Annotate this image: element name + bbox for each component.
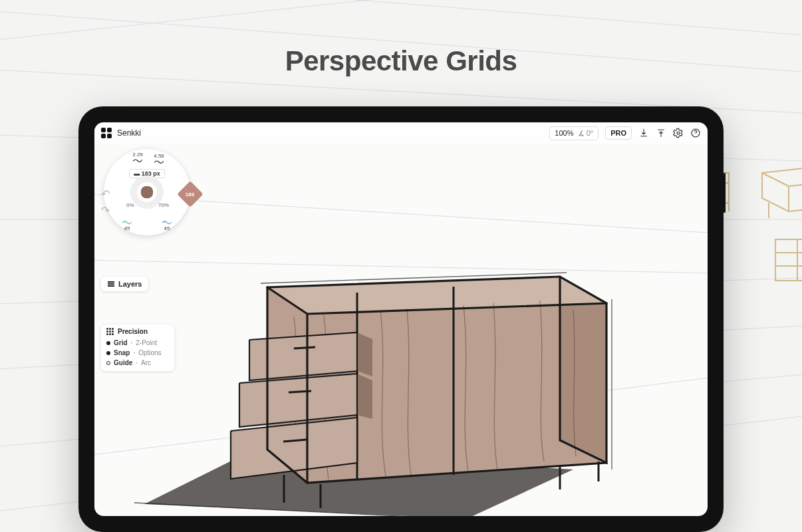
pro-badge[interactable]: PRO	[605, 126, 632, 140]
radial-bottom-right: 45	[161, 225, 173, 231]
precision-row-snap[interactable]: Snap› Options	[106, 348, 169, 358]
svg-line-7	[0, 0, 802, 47]
svg-line-15	[762, 173, 789, 186]
bullet-icon	[106, 341, 110, 345]
ring-icon	[106, 361, 110, 365]
zoom-indicator[interactable]: 100% ∡ 0°	[549, 126, 599, 140]
radial-top-left-value: 2.29	[132, 152, 144, 158]
settings-icon[interactable]	[673, 128, 684, 138]
bullet-icon	[106, 351, 110, 355]
svg-line-44	[294, 347, 315, 348]
layers-button[interactable]: Layers	[101, 277, 148, 291]
download-icon[interactable]	[638, 128, 649, 138]
svg-line-31	[94, 260, 708, 273]
svg-marker-42	[357, 332, 372, 376]
radial-opacity-left: 0%	[126, 202, 134, 208]
undo-icon[interactable]: ↶	[101, 188, 110, 200]
radial-opacity-right: 70%	[158, 202, 169, 208]
layers-icon	[108, 281, 114, 287]
document-name[interactable]: Senkki	[117, 128, 141, 138]
radial-bottom-left: 45	[121, 225, 133, 231]
svg-line-16	[789, 180, 802, 186]
radial-top-right-value: 4.58	[153, 153, 165, 159]
svg-marker-43	[357, 374, 372, 419]
layers-label: Layers	[118, 280, 142, 288]
svg-line-8	[0, 0, 802, 40]
apps-grid-icon[interactable]	[101, 128, 112, 138]
svg-point-28	[677, 132, 680, 134]
radial-tool-menu[interactable]: ↶ ↷ 2.29 4.58 ▬ 183 px 0% 70% 45	[104, 149, 190, 235]
upload-icon[interactable]	[656, 128, 666, 138]
hero-title: Perspective Grids	[0, 45, 802, 77]
titlebar: Senkki 100% ∡ 0° PRO	[94, 122, 708, 144]
app-screen: Senkki 100% ∡ 0° PRO	[94, 122, 708, 516]
precision-icon	[106, 328, 114, 335]
precision-panel: Precision Grid› 2-Point Snap› Options Gu…	[101, 325, 174, 371]
precision-row-guide[interactable]: Guide› Arc	[106, 358, 169, 368]
precision-row-grid[interactable]: Grid› 2-Point	[106, 338, 169, 348]
redo-icon[interactable]: ↷	[101, 204, 110, 217]
precision-title: Precision	[118, 328, 148, 335]
help-icon[interactable]	[690, 128, 701, 138]
tablet-frame: Senkki 100% ∡ 0° PRO	[78, 106, 724, 532]
